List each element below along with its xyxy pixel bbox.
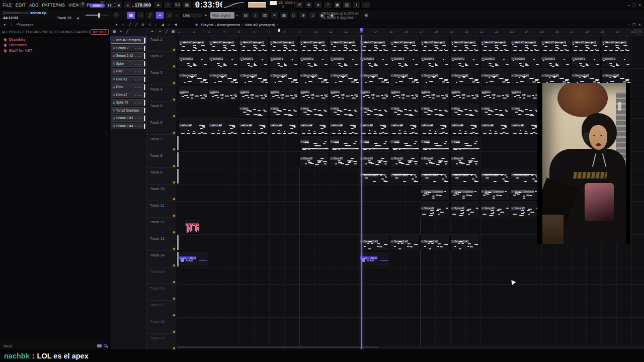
ruler-scroll-corner[interactable]	[634, 29, 642, 34]
pattern-item[interactable]: ▤Tone2 Gladiator	[111, 107, 146, 114]
pattern-item[interactable]: ▤Hive #2	[111, 76, 146, 83]
expand-icon[interactable]: ▸	[2, 22, 8, 27]
midi-clip[interactable]: ≡Vital #2 (merged)	[330, 36, 359, 51]
piano-roll-icon[interactable]: ♪	[251, 12, 260, 19]
midi-clip[interactable]: ≡Serum 2	[541, 52, 571, 68]
midi-clip[interactable]: ≡Serum 2 #2	[450, 69, 480, 84]
playback-icon[interactable]: ◀	[173, 22, 179, 27]
pattern-item[interactable]: ▤Diva	[111, 83, 146, 90]
midi-clip[interactable]: ≡Diva	[420, 135, 450, 151]
midi-clip[interactable]: ≡Serum 2 #3	[450, 235, 480, 250]
midi-clip[interactable]: ≡Hive #2	[390, 119, 420, 134]
midi-clip[interactable]: ≡Hive #2	[511, 119, 540, 134]
pattern-item[interactable]: ✕Vital #2 (merged)	[111, 37, 146, 44]
track-mute-dot[interactable]	[173, 99, 175, 101]
playlist-close-button[interactable]: ×	[637, 22, 642, 27]
midi-clip[interactable]: ≡Vital #2 (merged)	[209, 36, 238, 51]
pattern-item[interactable]: ▤Serum 2 #3	[111, 115, 146, 122]
midi-clip[interactable]: ≡Spire	[390, 85, 420, 101]
midi-clip[interactable]: ≡Serum 2	[209, 52, 238, 68]
browser-item[interactable]: Stuff for VST	[0, 48, 110, 53]
midi-clip[interactable]: ≡Vital #2 (merged)	[239, 36, 269, 51]
browser-tab-sounds[interactable]: SOUNDS	[58, 30, 73, 34]
midi-clip[interactable]: ≡Diva	[360, 135, 389, 151]
track-name[interactable]: Track 12	[150, 220, 165, 224]
midi-clip[interactable]: ≡Spire	[330, 85, 359, 101]
browser-tab-plugins[interactable]: PLUGINS	[26, 30, 41, 34]
track-mute-dot[interactable]	[173, 65, 175, 67]
track-mute-dot[interactable]	[173, 148, 175, 150]
up-icon[interactable]: ↑	[9, 22, 15, 27]
horizontal-scrollbar[interactable]	[177, 346, 644, 348]
midi-clip[interactable]: ≡Serum 2 #4	[390, 168, 420, 184]
midi-clip[interactable]: ≡Spire #2	[450, 202, 480, 217]
slope-icon[interactable]: ╱	[164, 29, 170, 34]
midi-clip[interactable]: ≡Spire	[209, 85, 238, 101]
menu-edit[interactable]: EDIT	[16, 3, 26, 8]
midi-clip[interactable]: ≡Hive	[299, 102, 329, 118]
midi-clip[interactable]: ≡Serum 2	[330, 52, 359, 68]
promo-banner[interactable]: 04/11Save up to 30% on FL Studio & upgra…	[322, 12, 359, 20]
track-name[interactable]: Track 4	[150, 87, 163, 92]
midi-clip[interactable]: ≡Diva #2	[299, 152, 329, 167]
midi-clip[interactable]: ≡Diva #2	[420, 152, 450, 167]
midi-clip[interactable]: ≡Diva	[330, 135, 359, 151]
pattern-item[interactable]: ▤Hive	[111, 68, 146, 75]
track-name[interactable]: Track 16	[150, 286, 165, 291]
browser-item[interactable]: Oneshots	[0, 42, 110, 48]
ruler-marker[interactable]	[278, 29, 280, 32]
midi-clip[interactable]: ≡Serum 2 #2	[360, 69, 389, 84]
headphone-icon[interactable]: ∩	[175, 13, 178, 18]
midi-clip[interactable]: ≡Hive #2	[299, 119, 329, 134]
time-display[interactable]: 0:33:96	[195, 1, 225, 10]
hat-icon[interactable]: ♪	[165, 12, 174, 19]
midi-clip[interactable]: ≡Diva	[299, 135, 329, 151]
track-name[interactable]: Track 1	[150, 37, 163, 42]
headphones-icon[interactable]: ∩	[120, 22, 126, 27]
midi-clip[interactable]: ≡Diva #2	[450, 152, 480, 167]
track-name[interactable]: Track 14	[150, 253, 165, 257]
midi-clip[interactable]: ≡Hive #2	[239, 119, 269, 134]
midi-clip[interactable]: ≡Diva	[390, 135, 420, 151]
browser-tab-my-shit[interactable]: MY SHIT	[91, 29, 109, 35]
pencil-icon[interactable]: ╱	[127, 22, 133, 27]
minimize-button[interactable]: –	[626, 3, 631, 8]
midi-clip[interactable]: ≡Serum 2 #4	[511, 168, 540, 184]
save-icon[interactable]: ▣	[333, 1, 342, 9]
midi-clip[interactable]: ≡Vital #2 (merged)	[450, 36, 480, 51]
help-icon[interactable]: ?	[324, 1, 332, 9]
delete-icon[interactable]: ⊘	[140, 22, 146, 27]
grid-select-icon[interactable]: ▦	[170, 29, 176, 34]
track-name[interactable]: Track 5	[150, 104, 163, 108]
playlist-minimize-button[interactable]: –	[626, 22, 631, 27]
midi-clip[interactable]: ≡Spire #2	[420, 202, 450, 217]
pan-knob[interactable]	[113, 12, 120, 19]
pattern-item[interactable]: ▤Spire #2	[111, 99, 146, 106]
track-mute-dot[interactable]	[173, 231, 175, 233]
midi-clip[interactable]: ≡Serum 2 #2	[420, 69, 450, 84]
midi-clip[interactable]: ≡Serum 2 #2	[239, 69, 269, 84]
midi-clip[interactable]: ≡Serum 2 #2	[480, 69, 510, 84]
midi-clip[interactable]: ≡Spire	[179, 85, 208, 101]
midi-clip[interactable]: ≡Serum 2 #2	[601, 69, 631, 84]
midi-clip[interactable]: ≡Serum 2 #2	[299, 69, 329, 84]
midi-clip[interactable]: ≡Hive	[330, 102, 359, 118]
midi-clip[interactable]: ≡Hive #2	[420, 119, 450, 134]
folder-icon[interactable]	[97, 344, 102, 347]
midi-clip[interactable]: ≡Spire	[511, 85, 540, 101]
main-volume-knob[interactable]	[78, 1, 87, 9]
mute-icon[interactable]: ◁	[146, 22, 152, 27]
midi-clip[interactable]: ≡Vital #2 (merged)	[601, 36, 631, 51]
midi-clip[interactable]: ≡Vital #2 (merged)	[269, 36, 299, 51]
track-name[interactable]: Track 10	[150, 187, 165, 191]
midi-clip[interactable]: ≡Serum 2	[390, 52, 420, 68]
track-name[interactable]: Track 13	[150, 236, 165, 241]
pattern-item[interactable]: ▤Serum 2	[111, 45, 146, 52]
midi-clip[interactable]: ≡Spire	[420, 85, 450, 101]
midi-clip[interactable]: ≡Vital #2 (merged)	[571, 36, 601, 51]
save-as-icon[interactable]: ▥	[343, 1, 351, 9]
midi-clip[interactable]: ≡Serum 2	[420, 52, 450, 68]
midi-clip[interactable]: ≡Serum 2	[179, 52, 208, 68]
midi-clip[interactable]: ≡Serum 2 #3	[390, 235, 420, 250]
midi-clip[interactable]: ≡Hive #2	[330, 119, 359, 134]
